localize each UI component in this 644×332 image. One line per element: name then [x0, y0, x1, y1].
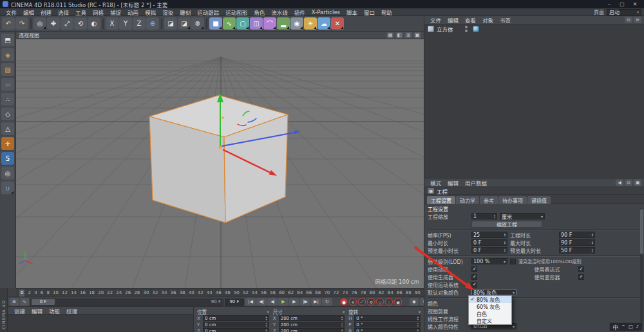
texture-mode-button[interactable]: ▨ — [1, 63, 14, 76]
goto-start-button[interactable]: |◀ — [245, 298, 256, 306]
stepper[interactable]: ▴▾ — [592, 233, 593, 237]
edges-mode-button[interactable]: ◇ — [1, 107, 14, 120]
立方体[interactable]: 立方体 — [424, 24, 644, 33]
stepper[interactable]: ▴▾ — [417, 322, 419, 327]
am-search-icon[interactable]: ⊙ — [625, 180, 632, 186]
stepper[interactable]: ▴▾ — [417, 329, 419, 332]
menu-item[interactable]: 创建 — [11, 307, 28, 315]
add-cube-button[interactable]: ■ — [209, 17, 222, 30]
attr-field[interactable]: 0 F▴▾ — [471, 247, 507, 254]
menu-item[interactable]: 雕刻 — [176, 8, 194, 16]
scrollbar[interactable] — [640, 208, 643, 328]
coord-group-header[interactable]: 位置 ▾ — [197, 308, 269, 315]
menu-item[interactable]: 角色 — [251, 8, 268, 16]
lock-y-button[interactable]: Y — [119, 17, 132, 30]
prev-key-button[interactable]: ◀| — [256, 298, 267, 306]
maximize-button[interactable]: ▢ — [616, 0, 629, 8]
menu-item[interactable]: 捕捉 — [107, 8, 124, 16]
make-editable-button[interactable]: ⬒ — [1, 33, 14, 46]
viewport-canvas[interactable]: 网格间距 100 cm — [16, 39, 424, 288]
dropdown-option[interactable]: 自定义 — [469, 317, 511, 324]
stepper[interactable]: ▴▾ — [504, 241, 506, 245]
coord-field[interactable]: 0 cm▴▾ — [203, 328, 269, 332]
menu-item[interactable]: 运动图形 — [222, 8, 251, 16]
menu-item[interactable]: 对象 — [479, 16, 497, 24]
stepper[interactable]: ▴▾ — [592, 248, 593, 253]
view-maximize-icon[interactable]: ▣ — [413, 32, 421, 39]
timeline-ruler[interactable]: 0246810121416182022242628303234363840424… — [16, 288, 424, 297]
stepper[interactable]: ▴▾ — [504, 248, 506, 253]
key-scale-button[interactable]: ⤢ — [358, 298, 366, 306]
scrollbar-thumb[interactable] — [640, 209, 643, 254]
ime-tray[interactable]: 中 ^ □ ♪ — [609, 322, 643, 331]
stepper[interactable]: ▴▾ — [504, 233, 506, 237]
attr-field[interactable]: 0 F▴▾ — [471, 239, 507, 246]
scale-field[interactable]: 1 ▴▾ — [471, 213, 497, 219]
render-settings-button[interactable]: ⚙ — [191, 17, 204, 30]
rotate-tool-button[interactable]: ⟲ — [74, 17, 87, 30]
menu-item[interactable]: X-Particles — [308, 9, 343, 15]
tab-todo[interactable]: 待办事项 — [498, 196, 527, 204]
material-list[interactable] — [8, 315, 193, 332]
play-button[interactable]: ▶ — [278, 298, 289, 306]
minimize-button[interactable]: – — [603, 0, 616, 8]
autokey-button[interactable]: ▣ — [394, 298, 402, 306]
current-frame-handle[interactable]: 0 F — [32, 299, 55, 305]
menu-item[interactable]: 工具 — [72, 8, 90, 16]
record-keyframe-button[interactable]: ● — [340, 298, 348, 306]
menu-item[interactable]: 网格 — [90, 8, 107, 16]
menu-item[interactable]: 用户数据 — [462, 179, 490, 187]
coord-field[interactable]: 0 cm▴▾ — [203, 322, 269, 327]
menu-item[interactable]: 插件 — [291, 8, 308, 16]
ime-language[interactable]: 中 — [613, 323, 619, 331]
stepper[interactable]: ▴▾ — [341, 322, 343, 327]
coord-field[interactable]: 0 °▴▾ — [354, 328, 421, 332]
dropdown-option[interactable]: 60% 灰色 — [469, 303, 511, 310]
viewport-filter-button[interactable]: ◎ — [1, 167, 14, 180]
polygons-mode-button[interactable]: △ — [1, 122, 14, 135]
menu-item[interactable]: 书签 — [497, 16, 514, 24]
menu-item[interactable]: 脚本 — [343, 8, 361, 16]
prev-frame-button[interactable]: ◀ — [267, 298, 278, 306]
menu-item[interactable]: 渲染 — [159, 8, 176, 16]
menu-item[interactable]: 文件 — [427, 16, 444, 24]
coord-field[interactable]: 0 cm▴▾ — [203, 315, 269, 321]
add-camera-button[interactable]: ◉ — [290, 17, 303, 30]
ime-sound-icon[interactable]: ♪ — [636, 324, 639, 329]
view-grid-icon[interactable]: ▦ — [386, 32, 394, 39]
layout-select[interactable]: 启动 ▾ — [607, 9, 641, 15]
nav-back-icon[interactable]: ◀ — [616, 180, 623, 186]
move-tool-button[interactable]: ✥ — [47, 17, 60, 30]
menu-item[interactable]: 创建 — [37, 8, 55, 16]
next-key-button[interactable]: |▶ — [300, 298, 310, 306]
add-light-button[interactable]: ☀ — [304, 17, 317, 30]
viewport-title[interactable]: 透视视图 — [19, 32, 39, 39]
key-rotation-button[interactable]: ⟲ — [367, 298, 375, 306]
menu-item[interactable]: 动画 — [124, 8, 142, 16]
goto-end-button[interactable]: ▶| — [311, 298, 321, 306]
coord-group-header[interactable]: 尺寸 ▾ — [273, 308, 345, 315]
keyframe-selection-button[interactable]: ◆ — [410, 298, 419, 306]
coord-field[interactable]: 0 °▴▾ — [354, 315, 421, 321]
tab-dynamics[interactable]: 动力学 — [456, 196, 479, 204]
coord-field[interactable]: 200 cm▴▾ — [279, 322, 345, 327]
snap-magnet-button[interactable]: ∪ — [1, 181, 14, 194]
model-mode-button[interactable]: ◈ — [1, 48, 14, 61]
tab-reference[interactable]: 参考 — [480, 196, 498, 204]
lod-select[interactable]: 100 % ▾ — [471, 258, 507, 264]
checkbox[interactable] — [471, 266, 477, 272]
menu-item[interactable]: 运动跟踪 — [194, 8, 222, 16]
visibility-dots[interactable] — [465, 26, 468, 32]
scale-project-button[interactable]: 缩放工程 — [471, 221, 542, 228]
am-lock-icon[interactable]: ▣ — [634, 180, 641, 186]
last-tool-button[interactable]: ◐ — [88, 17, 100, 30]
live-selection-button[interactable]: ◎ — [33, 17, 46, 30]
ime-keyboard-icon[interactable]: □ — [629, 324, 633, 329]
ime-caret-icon[interactable]: ^ — [621, 324, 625, 329]
tab-key-interpolation[interactable]: 键插值 — [527, 196, 551, 204]
menu-item[interactable]: 功能 — [46, 307, 63, 315]
dropdown-option[interactable]: 白色 — [469, 310, 511, 317]
attr-field[interactable]: 90 F▴▾ — [559, 232, 595, 238]
menu-item[interactable]: 查看 — [462, 16, 479, 24]
redo-button[interactable]: ↷ — [15, 17, 28, 30]
